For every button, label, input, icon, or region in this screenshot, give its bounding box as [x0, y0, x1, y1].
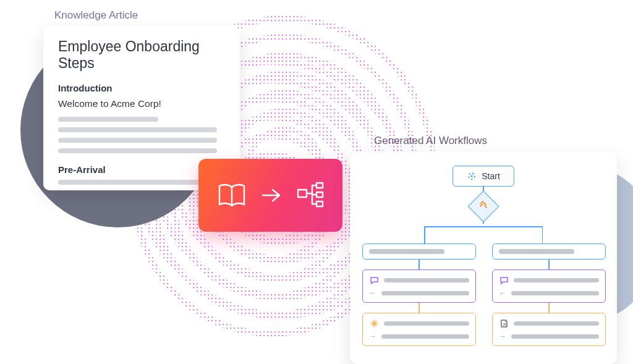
workflow-connector: [418, 303, 420, 313]
hammer-icon: [478, 200, 488, 213]
transform-badge: [198, 159, 342, 232]
arrow-right-icon: →: [499, 332, 506, 341]
workflow-chat-node[interactable]: ←: [492, 269, 606, 303]
workflow-script-node[interactable]: JS →: [492, 313, 606, 346]
arrow-right-icon: [261, 187, 282, 203]
placeholder-line: [58, 148, 217, 153]
workflow-branch-left: ← →: [362, 243, 476, 346]
article-welcome-text: Welcome to Acme Corp!: [58, 98, 225, 109]
chat-icon: [499, 275, 509, 285]
svg-text:JS: JS: [503, 323, 507, 326]
placeholder-line: [381, 334, 469, 339]
workflow-card: Start: [350, 152, 617, 364]
flowchart-icon: [295, 181, 325, 210]
workflow-connector: [548, 303, 550, 313]
svg-rect-19: [316, 201, 323, 206]
svg-point-21: [471, 175, 473, 177]
article-section-heading: Introduction: [58, 83, 225, 93]
arrow-right-icon: →: [369, 332, 376, 341]
workflow-connector: [548, 260, 550, 269]
placeholder-line: [381, 291, 469, 295]
workflow-start-node[interactable]: Start: [452, 166, 514, 187]
placeholder-line: [384, 278, 469, 282]
placeholder-line: [384, 321, 469, 326]
workflow-chat-node[interactable]: ←: [362, 269, 476, 303]
placeholder-line: [499, 249, 574, 254]
workflow-connector: [418, 260, 420, 269]
svg-rect-18: [316, 192, 323, 197]
workflow-branch: [362, 226, 605, 243]
generated-workflows-label: Generated AI Workflows: [374, 135, 487, 147]
chat-icon: [369, 275, 379, 285]
placeholder-line: [58, 127, 217, 132]
svg-rect-16: [298, 190, 307, 197]
placeholder-line: [514, 278, 599, 282]
knowledge-article-label: Knowledge Article: [54, 9, 138, 22]
script-icon: JS: [499, 318, 509, 328]
target-icon: [467, 171, 477, 181]
placeholder-line: [514, 321, 599, 326]
workflow-action-node[interactable]: →: [362, 313, 476, 346]
sparkle-icon: [369, 318, 379, 328]
book-icon: [216, 182, 247, 208]
article-title: Employee Onboarding Steps: [58, 38, 225, 72]
workflow-decision-node[interactable]: [468, 191, 499, 222]
placeholder-line: [58, 117, 158, 122]
placeholder-line: [511, 291, 599, 295]
placeholder-line: [511, 334, 599, 339]
placeholder-line: [369, 249, 444, 254]
arrow-left-icon: ←: [499, 289, 506, 297]
workflow-step-node[interactable]: [362, 243, 476, 260]
svg-rect-17: [316, 183, 323, 188]
workflow-start-label: Start: [482, 171, 500, 181]
placeholder-line: [58, 138, 217, 143]
workflow-step-node[interactable]: [492, 243, 606, 260]
workflow-branch-right: ← JS →: [492, 243, 606, 346]
arrow-left-icon: ←: [369, 289, 376, 297]
